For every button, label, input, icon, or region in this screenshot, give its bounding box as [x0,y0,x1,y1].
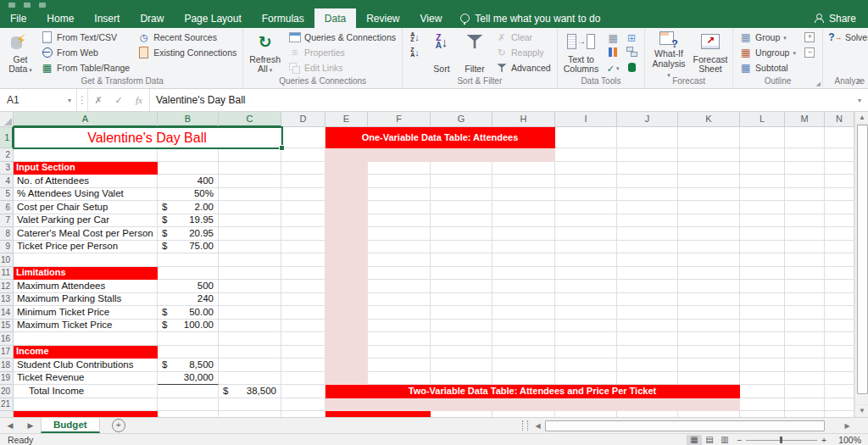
cell-J18[interactable] [617,359,678,372]
cell-E13[interactable] [326,293,368,307]
cell-F16[interactable] [368,332,431,346]
cell-B19[interactable]: 30,000 [158,372,219,386]
cell-N12[interactable] [825,280,854,293]
cell-B8[interactable]: $20.95 [158,227,219,241]
column-header-A[interactable]: A [14,112,158,127]
row-header-11[interactable]: 11 [0,267,14,281]
hide-detail-icon-button[interactable]: − [801,45,819,60]
what-if-analysis-button[interactable]: ?What-If Analysis ▾ [648,30,689,75]
cell-L1[interactable] [740,127,785,148]
cell-M10[interactable] [785,253,825,267]
cell-C15[interactable] [219,320,281,333]
cell-A19[interactable]: Ticket Revenue [14,372,158,386]
cell-D20[interactable] [281,385,326,398]
row-header-2[interactable]: 2 [0,148,14,162]
cell-C10[interactable] [219,253,281,267]
queries-connections-button[interactable]: Queries & Connections [286,30,398,45]
vertical-scrollbar-thumb[interactable] [857,125,868,394]
cell-C13[interactable] [219,293,281,307]
cell-L18[interactable] [740,359,785,372]
cell-M7[interactable] [785,214,825,228]
cell-I4[interactable] [555,175,617,188]
cell-I1[interactable] [555,127,617,148]
cell-G5[interactable] [431,188,492,202]
column-header-F[interactable]: F [368,112,431,127]
cell-M21[interactable] [785,398,825,412]
cell-J2[interactable] [617,148,678,162]
cell-H17[interactable] [492,346,555,359]
cell-K16[interactable] [678,332,740,346]
cell-N15[interactable] [825,320,854,333]
cell-G12[interactable] [431,280,492,293]
cell-N20[interactable] [825,385,854,398]
cell-D2[interactable] [281,148,326,162]
cell-L3[interactable] [740,162,785,175]
cell-K17[interactable] [678,346,740,359]
next-sheet-icon[interactable]: ▶ [20,418,41,433]
row-header-1[interactable]: 1 [0,127,14,148]
cell-L15[interactable] [740,320,785,333]
cell-D14[interactable] [281,306,326,320]
cell-A20[interactable]: Total Income [14,385,158,398]
column-header-J[interactable]: J [617,112,678,127]
consolidate-icon-button[interactable]: ⊞ [622,30,641,45]
cell-A3[interactable]: Input Section [14,162,158,175]
cell-I18[interactable] [555,359,617,372]
cell-B5[interactable]: 50% [158,188,219,202]
column-header-G[interactable]: G [431,112,492,127]
cell-M1[interactable] [785,127,825,148]
cell-H10[interactable] [492,253,555,267]
cell-J5[interactable] [617,188,678,202]
refresh-all-button[interactable]: ↻Refresh All ▾ [247,30,283,75]
cell-G22[interactable] [431,411,492,417]
cell-C9[interactable] [219,241,281,254]
cell-K9[interactable] [678,241,740,254]
cell-E21[interactable] [326,398,368,412]
cell-B17[interactable] [158,346,219,359]
cell-H3[interactable] [492,162,555,175]
cell-D17[interactable] [281,346,326,359]
cell-F3[interactable] [368,162,431,175]
remove-duplicates-icon-button[interactable] [604,45,622,60]
cell-C17[interactable] [219,346,281,359]
cell-L6[interactable] [740,201,785,214]
cell-I11[interactable] [555,267,617,281]
cell-J16[interactable] [617,332,678,346]
cell-L9[interactable] [740,241,785,254]
cell-A13[interactable]: Maximum Parking Stalls [14,293,158,307]
cell-E3[interactable] [326,162,368,175]
previous-sheet-icon[interactable]: ◀ [0,418,20,433]
cell-I14[interactable] [555,306,617,320]
cell-B13[interactable]: 240 [158,293,219,307]
cell-L16[interactable] [740,332,785,346]
cell-G15[interactable] [431,320,492,333]
cell-K22[interactable] [678,411,740,417]
select-all-button[interactable] [0,112,14,127]
cell-L12[interactable] [740,280,785,293]
cell-N2[interactable] [825,148,854,162]
page-break-view-icon[interactable]: ▥ [717,435,732,445]
cell-I8[interactable] [555,227,617,241]
cell-B16[interactable] [158,332,219,346]
cell-L4[interactable] [740,175,785,188]
cell-F15[interactable] [368,320,431,333]
cell-H6[interactable] [492,201,555,214]
share-button[interactable]: Share [802,8,868,28]
row-header-15[interactable]: 15 [0,320,14,333]
cell-M12[interactable] [785,280,825,293]
cell-C6[interactable] [219,201,281,214]
cell-C7[interactable] [219,214,281,228]
cell-F4[interactable] [368,175,431,188]
cell-L10[interactable] [740,253,785,267]
horizontal-scrollbar[interactable] [543,420,842,431]
cell-C4[interactable] [219,175,281,188]
cell-K11[interactable] [678,267,740,281]
cell-B2[interactable] [158,148,219,162]
cell-J17[interactable] [617,346,678,359]
data-validation-icon-button[interactable]: ✓▾ [604,60,622,75]
cell-I10[interactable] [555,253,617,267]
cell-N9[interactable] [825,241,854,254]
ribbon-tab-insert[interactable]: Insert [84,8,130,28]
cell-D13[interactable] [281,293,326,307]
cell-H11[interactable] [492,267,555,281]
